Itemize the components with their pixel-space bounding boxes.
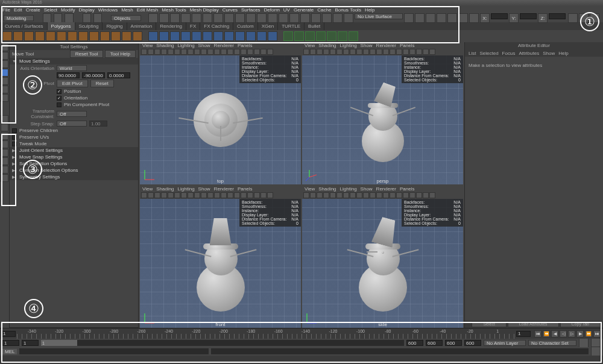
- vp-icon[interactable]: [207, 192, 213, 198]
- x-input[interactable]: [491, 13, 508, 19]
- vp-icon[interactable]: [396, 49, 402, 55]
- transform-constraint-dropdown[interactable]: Off: [57, 111, 87, 117]
- status-icon[interactable]: [213, 13, 223, 23]
- save-scene-icon[interactable]: [65, 13, 73, 23]
- vp-icon[interactable]: [390, 192, 396, 198]
- vp-icon[interactable]: [363, 192, 369, 198]
- vp-menu-renderer[interactable]: Renderer: [214, 43, 234, 48]
- vp-icon[interactable]: [409, 49, 415, 55]
- status-icon[interactable]: [181, 13, 191, 23]
- vp-icon[interactable]: [423, 49, 429, 55]
- ae-tab-list[interactable]: List: [469, 51, 476, 56]
- autokey-icon[interactable]: [579, 338, 589, 348]
- vp-menu-panels[interactable]: Panels: [400, 186, 414, 192]
- coord-z[interactable]: [107, 72, 130, 78]
- y-input[interactable]: [520, 13, 537, 19]
- vp-icon[interactable]: [260, 49, 267, 55]
- vp-icon[interactable]: [303, 192, 309, 198]
- vp-icon[interactable]: [317, 192, 323, 198]
- vp-icon[interactable]: [241, 49, 247, 55]
- layout-four[interactable]: [1, 124, 8, 131]
- range-end2[interactable]: [445, 340, 462, 346]
- vp-icon[interactable]: [370, 49, 376, 55]
- status-icon[interactable]: [170, 13, 180, 23]
- poly-tool-icon[interactable]: [181, 31, 191, 41]
- vp-menu-shading[interactable]: Shading: [318, 43, 336, 48]
- vp-icon[interactable]: [174, 192, 180, 198]
- cur-frame[interactable]: [464, 340, 481, 346]
- vp-menu-show[interactable]: Show: [361, 43, 373, 48]
- layout-icon[interactable]: [568, 13, 578, 23]
- poly-tool-icon[interactable]: [257, 31, 267, 41]
- scale-tool[interactable]: [1, 86, 8, 93]
- status-icon[interactable]: [311, 13, 321, 23]
- status-icon[interactable]: [235, 13, 245, 23]
- poly-torus-icon[interactable]: [46, 31, 55, 41]
- vp-icon[interactable]: [310, 49, 316, 55]
- poly-tool-icon[interactable]: [268, 31, 277, 41]
- menu-edit-mesh[interactable]: Edit Mesh: [137, 7, 159, 13]
- live-surface-field[interactable]: No Live Surface: [355, 13, 403, 19]
- move-tool[interactable]: [1, 69, 8, 77]
- vp-menu-show[interactable]: Show: [361, 186, 373, 192]
- vp-icon[interactable]: [429, 192, 435, 198]
- vp-icon[interactable]: [376, 192, 382, 198]
- frame-field[interactable]: [516, 331, 531, 337]
- pin-checkbox[interactable]: [57, 102, 62, 107]
- preserve-children-checkbox[interactable]: [12, 128, 17, 133]
- menu-select[interactable]: Select: [44, 7, 57, 13]
- vp-icon[interactable]: [310, 192, 316, 198]
- shelf-tab-curves[interactable]: Curves / Surfaces: [1, 22, 48, 30]
- status-icon[interactable]: [268, 13, 277, 23]
- range-in[interactable]: [22, 340, 39, 346]
- vp-icon[interactable]: [168, 49, 174, 55]
- vp-icon[interactable]: [390, 49, 396, 55]
- step-back-button[interactable]: ⏪: [543, 330, 550, 337]
- menu-curves[interactable]: Curves: [223, 7, 238, 13]
- layout-preset[interactable]: [1, 157, 8, 165]
- poly-prim-icon[interactable]: [78, 31, 88, 41]
- vp-icon[interactable]: [383, 192, 389, 198]
- layout-preset[interactable]: [1, 132, 8, 140]
- vp-icon[interactable]: [188, 49, 194, 55]
- shelf-tab-polygons[interactable]: Polygons: [48, 22, 75, 30]
- status-icon[interactable]: [404, 13, 414, 23]
- layout-preset[interactable]: [1, 166, 8, 174]
- poly-tool-icon[interactable]: [203, 31, 212, 41]
- vp-icon[interactable]: [323, 192, 329, 198]
- vp-icon[interactable]: [416, 192, 422, 198]
- preserve-uvs-checkbox[interactable]: [12, 135, 17, 140]
- vp-menu-view[interactable]: View: [142, 186, 153, 192]
- poly-tool-icon[interactable]: [192, 31, 201, 41]
- key-back-button[interactable]: ◁: [560, 330, 567, 337]
- vp-menu-renderer[interactable]: Renderer: [376, 43, 396, 48]
- play-back-button[interactable]: ◀: [551, 330, 558, 337]
- layout-preset[interactable]: [1, 149, 8, 157]
- menu-windows[interactable]: Windows: [98, 7, 118, 13]
- range-end[interactable]: [426, 340, 443, 346]
- vp-icon[interactable]: [403, 192, 409, 198]
- vp-icon[interactable]: [317, 49, 323, 55]
- status-icon[interactable]: [203, 13, 212, 23]
- vp-menu-view[interactable]: View: [142, 43, 153, 48]
- shelf-tab-rigging[interactable]: Rigging: [103, 22, 127, 30]
- menu-help[interactable]: Help: [365, 7, 374, 13]
- status-icon[interactable]: [415, 13, 425, 23]
- status-icon[interactable]: [437, 13, 446, 23]
- shelf-tab-sculpting[interactable]: Sculpting: [75, 22, 103, 30]
- new-scene-icon[interactable]: [43, 13, 51, 23]
- vp-icon[interactable]: [221, 49, 227, 55]
- key-fwd-button[interactable]: ▷: [568, 330, 575, 337]
- edit-pivot-button[interactable]: Edit Pivot: [57, 80, 88, 87]
- tool-help-button[interactable]: Tool Help: [105, 50, 136, 58]
- orientation-checkbox[interactable]: [57, 96, 62, 101]
- poly-cylinder-icon[interactable]: [24, 31, 34, 41]
- shelf-tab-animation[interactable]: Animation: [127, 22, 157, 30]
- last-tool[interactable]: [1, 94, 8, 102]
- ae-copy-button[interactable]: Copy Tab: [560, 321, 601, 327]
- menu-bonus[interactable]: Bonus Tools: [335, 7, 361, 13]
- shelf-tab-rendering[interactable]: Rendering: [156, 22, 186, 30]
- shelf-tab-turtle[interactable]: TURTLE: [278, 22, 305, 30]
- poly-tool-icon[interactable]: [170, 31, 180, 41]
- vp-icon[interactable]: [214, 192, 220, 198]
